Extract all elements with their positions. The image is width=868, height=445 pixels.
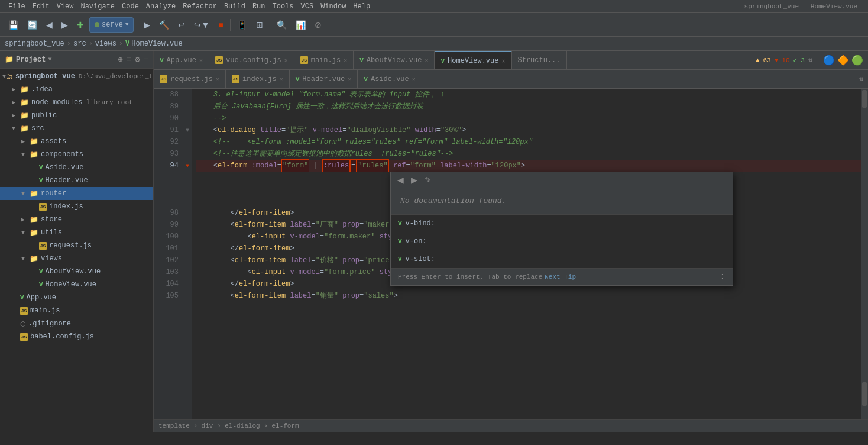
code-line-89: 后台 Javabean[Furn] 属性一致，这样到后端才会进行数据封装 <box>196 101 861 112</box>
chrome-icon[interactable]: 🔵 <box>823 54 835 66</box>
autocomplete-edit-btn[interactable]: ✎ <box>423 174 433 186</box>
sort-icon[interactable]: ⇅ <box>808 56 812 65</box>
autocomplete-more-icon[interactable]: ⋮ <box>719 271 726 283</box>
tree-item-components[interactable]: ▼ 📁 components <box>0 148 153 161</box>
menu-edit[interactable]: Edit <box>29 2 53 11</box>
menu-refactor[interactable]: Refactor <box>179 2 221 11</box>
coverage-button[interactable]: 📊 <box>292 17 309 33</box>
code-line-92: <!-- <el-form :model="form" rules="rules… <box>196 136 861 148</box>
menu-run[interactable]: Run <box>249 2 269 11</box>
tree-item-assets[interactable]: ▶ 📁 assets <box>0 135 153 148</box>
breadcrumb-project[interactable]: springboot_vue <box>5 40 64 48</box>
firefox-icon[interactable]: 🔶 <box>837 54 849 66</box>
js-icon: JS <box>39 242 47 250</box>
tree-item-app-vue[interactable]: V App.vue <box>0 291 153 304</box>
tree-item-utils[interactable]: ▼ 📁 utils <box>0 226 153 239</box>
views-label: views <box>41 254 62 263</box>
tree-item-store[interactable]: ▶ 📁 store <box>0 213 153 226</box>
sidebar-collapse-icon[interactable]: ≡ <box>127 54 131 65</box>
menu-file[interactable]: File <box>5 2 29 11</box>
project-folder-icon: 🗂 <box>6 72 13 81</box>
tree-item-babel[interactable]: JS babel.config.js <box>0 330 153 343</box>
tab-main-js[interactable]: JS main.js ✕ <box>294 51 354 69</box>
menu-build[interactable]: Build <box>221 2 249 11</box>
tree-item-aboutview[interactable]: V AboutView.vue <box>0 265 153 278</box>
tree-item-root[interactable]: ▼ 🗂 springboot_vue D:\Java_developer_too… <box>0 70 153 83</box>
tab-close-icon[interactable]: ✕ <box>280 76 283 83</box>
tab-close-icon[interactable]: ✕ <box>501 57 505 65</box>
tab-close-icon[interactable]: ✕ <box>284 57 288 64</box>
refresh-project-button[interactable]: 🔄 <box>24 17 41 33</box>
tree-item-router[interactable]: ▼ 📁 router <box>0 187 153 200</box>
sidebar-settings-icon[interactable]: ⚙ <box>135 54 140 65</box>
tree-item-public[interactable]: ▶ 📁 public <box>0 109 153 122</box>
redo-button[interactable]: ↪▼ <box>190 17 213 33</box>
code-content[interactable]: 3. el-input v-model="form.name" 表示表单的 in… <box>192 89 861 419</box>
search-button[interactable]: 🔍 <box>273 17 290 33</box>
split-button[interactable]: ⊞ <box>252 17 267 33</box>
tab-close-icon[interactable]: ✕ <box>344 57 347 64</box>
tree-item-router-index[interactable]: JS index.js <box>0 200 153 213</box>
tree-item-request[interactable]: JS request.js <box>0 239 153 252</box>
tab-close-icon[interactable]: ✕ <box>412 76 416 83</box>
tree-item-node-modules[interactable]: ▶ 📁 node_modules library root <box>0 96 153 109</box>
stop-button[interactable]: ■ <box>215 17 226 33</box>
run-button[interactable]: ▶ <box>140 17 154 33</box>
autocomplete-item-von[interactable]: V v-on: <box>391 233 733 250</box>
editor-scrollbar[interactable] <box>861 89 868 419</box>
tab-request-js[interactable]: JS request.js ✕ <box>154 70 226 88</box>
no-entry-button[interactable]: ⊘ <box>311 17 325 33</box>
undo-button[interactable]: ↩ <box>174 17 189 33</box>
sidebar-title: Project <box>16 56 46 64</box>
tab-vue-config-js[interactable]: JS vue.config.js ✕ <box>209 51 294 69</box>
store-label: store <box>41 215 62 224</box>
menu-code[interactable]: Code <box>118 2 142 11</box>
tab-homeview-vue[interactable]: V HomeView.vue ✕ <box>435 51 511 69</box>
autocomplete-item-vslot[interactable]: V v-slot: <box>391 250 733 268</box>
add-config-button[interactable]: ✚ <box>73 17 88 33</box>
back-button[interactable]: ◀ <box>43 17 56 33</box>
serve-dropdown[interactable]: serve ▼ <box>89 17 134 33</box>
tab-app-vue[interactable]: V App.vue ✕ <box>154 51 209 69</box>
device-button[interactable]: 📱 <box>234 17 251 33</box>
tab-structure[interactable]: Structu... <box>512 51 567 69</box>
tree-item-src[interactable]: ▼ 📁 src <box>0 122 153 135</box>
next-tip-label[interactable]: Next Tip <box>545 271 576 283</box>
tab-close-icon[interactable]: ✕ <box>425 57 428 64</box>
forward-button[interactable]: ▶ <box>58 17 72 33</box>
tab-aside-vue[interactable]: V Aside.vue ✕ <box>358 70 422 88</box>
sidebar-add-icon[interactable]: ⊕ <box>118 54 122 65</box>
breadcrumb-views[interactable]: views <box>95 40 116 48</box>
tab-close-icon[interactable]: ✕ <box>348 76 351 83</box>
chrome2-icon[interactable]: 🟢 <box>851 54 863 66</box>
breadcrumb-src[interactable]: src <box>73 40 86 48</box>
tree-item-idea[interactable]: ▶ 📁 .idea <box>0 83 153 96</box>
menu-window[interactable]: Window <box>317 2 349 11</box>
tab-header-vue[interactable]: V Header.vue ✕ <box>290 70 358 88</box>
tree-item-main-js[interactable]: JS main.js <box>0 304 153 317</box>
save-button[interactable]: 💾 <box>5 17 22 33</box>
tab-index-js[interactable]: JS index.js ✕ <box>226 70 290 88</box>
sidebar-close-icon[interactable]: − <box>144 54 148 65</box>
autocomplete-item-vbind[interactable]: V v-bind: <box>391 215 733 233</box>
tab-close-icon[interactable]: ✕ <box>199 57 203 64</box>
tree-item-homeview[interactable]: V HomeView.vue <box>0 278 153 291</box>
menu-analyze[interactable]: Analyze <box>142 2 179 11</box>
tree-item-header-vue[interactable]: V Header.vue <box>0 174 153 187</box>
tree-item-views[interactable]: ▼ 📁 views <box>0 252 153 265</box>
tree-item-gitignore[interactable]: ⬡ .gitignore <box>0 317 153 330</box>
tab-close-icon[interactable]: ✕ <box>216 76 219 83</box>
sort-icon2[interactable]: ⇅ <box>859 75 863 83</box>
menu-view[interactable]: View <box>53 2 77 11</box>
menu-help[interactable]: Help <box>349 2 374 11</box>
menu-tools[interactable]: Tools <box>269 2 297 11</box>
tree-item-aside-vue[interactable]: V Aside.vue <box>0 161 153 174</box>
autocomplete-forward-btn[interactable]: ▶ <box>409 174 419 186</box>
rebuild-button[interactable]: 🔨 <box>156 17 173 33</box>
tab-aboutview-vue[interactable]: V AboutView.vue ✕ <box>354 51 435 69</box>
expand-icon: ▶ <box>12 86 20 93</box>
menu-vcs[interactable]: VCS <box>297 2 318 11</box>
autocomplete-back-btn[interactable]: ◀ <box>396 174 406 186</box>
menu-navigate[interactable]: Navigate <box>77 2 118 11</box>
folder-icon: 📁 <box>30 137 38 146</box>
